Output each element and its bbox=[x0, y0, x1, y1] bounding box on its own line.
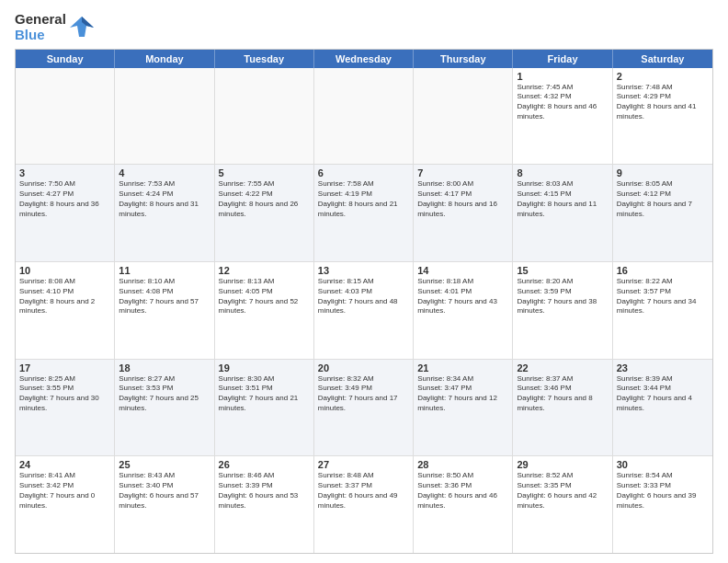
day-info: Sunrise: 8:15 AM Sunset: 4:03 PM Dayligh… bbox=[318, 277, 409, 316]
day-info: Sunrise: 8:10 AM Sunset: 4:08 PM Dayligh… bbox=[119, 277, 210, 316]
calendar-week-5: 24Sunrise: 8:41 AM Sunset: 3:42 PM Dayli… bbox=[16, 456, 712, 553]
day-info: Sunrise: 8:32 AM Sunset: 3:49 PM Dayligh… bbox=[318, 374, 409, 414]
day-info: Sunrise: 8:03 AM Sunset: 4:15 PM Dayligh… bbox=[517, 179, 608, 219]
day-number: 9 bbox=[617, 167, 709, 178]
day-info: Sunrise: 8:46 AM Sunset: 3:39 PM Dayligh… bbox=[219, 471, 310, 511]
day-info: Sunrise: 8:20 AM Sunset: 3:59 PM Dayligh… bbox=[517, 277, 608, 316]
day-cell-26: 26Sunrise: 8:46 AM Sunset: 3:39 PM Dayli… bbox=[215, 456, 314, 553]
day-number: 25 bbox=[119, 459, 210, 470]
day-info: Sunrise: 7:50 AM Sunset: 4:27 PM Dayligh… bbox=[19, 179, 110, 219]
day-cell-29: 29Sunrise: 8:52 AM Sunset: 3:35 PM Dayli… bbox=[513, 456, 612, 553]
day-info: Sunrise: 8:41 AM Sunset: 3:42 PM Dayligh… bbox=[19, 471, 110, 511]
day-cell-5: 5Sunrise: 7:55 AM Sunset: 4:22 PM Daylig… bbox=[215, 165, 314, 261]
day-number: 30 bbox=[617, 459, 709, 470]
day-cell-6: 6Sunrise: 7:58 AM Sunset: 4:19 PM Daylig… bbox=[314, 165, 414, 261]
day-number: 28 bbox=[417, 459, 508, 470]
day-number: 10 bbox=[19, 265, 110, 276]
day-cell-4: 4Sunrise: 7:53 AM Sunset: 4:24 PM Daylig… bbox=[115, 165, 214, 261]
calendar-body: 1Sunrise: 7:45 AM Sunset: 4:32 PM Daylig… bbox=[16, 68, 712, 554]
day-number: 13 bbox=[318, 265, 409, 276]
col-header-saturday: Saturday bbox=[613, 50, 712, 68]
logo: General Blue bbox=[15, 11, 96, 43]
day-cell-2: 2Sunrise: 7:48 AM Sunset: 4:29 PM Daylig… bbox=[613, 68, 712, 165]
day-number: 20 bbox=[318, 362, 409, 373]
day-number: 3 bbox=[19, 167, 110, 178]
day-number: 12 bbox=[219, 265, 310, 276]
day-number: 23 bbox=[617, 362, 709, 373]
col-header-sunday: Sunday bbox=[16, 50, 115, 68]
day-cell-14: 14Sunrise: 8:18 AM Sunset: 4:01 PM Dayli… bbox=[414, 262, 513, 359]
day-number: 7 bbox=[417, 167, 508, 178]
day-cell-11: 11Sunrise: 8:10 AM Sunset: 4:08 PM Dayli… bbox=[115, 262, 214, 359]
day-number: 11 bbox=[119, 265, 210, 276]
logo-line1: General bbox=[15, 11, 66, 27]
day-number: 24 bbox=[19, 459, 110, 470]
day-number: 27 bbox=[318, 459, 409, 470]
day-cell-30: 30Sunrise: 8:54 AM Sunset: 3:33 PM Dayli… bbox=[613, 456, 712, 553]
page-header: General Blue bbox=[15, 11, 713, 43]
day-number: 16 bbox=[617, 265, 709, 276]
day-info: Sunrise: 7:48 AM Sunset: 4:29 PM Dayligh… bbox=[617, 83, 709, 122]
day-info: Sunrise: 8:00 AM Sunset: 4:17 PM Dayligh… bbox=[417, 179, 508, 219]
col-header-tuesday: Tuesday bbox=[215, 50, 314, 68]
day-cell-20: 20Sunrise: 8:32 AM Sunset: 3:49 PM Dayli… bbox=[314, 360, 414, 456]
day-info: Sunrise: 8:22 AM Sunset: 3:57 PM Dayligh… bbox=[617, 277, 709, 316]
day-cell-24: 24Sunrise: 8:41 AM Sunset: 3:42 PM Dayli… bbox=[16, 456, 115, 553]
day-info: Sunrise: 8:13 AM Sunset: 4:05 PM Dayligh… bbox=[219, 277, 310, 316]
empty-cell bbox=[414, 68, 513, 165]
day-info: Sunrise: 8:30 AM Sunset: 3:51 PM Dayligh… bbox=[219, 374, 310, 414]
day-info: Sunrise: 8:50 AM Sunset: 3:36 PM Dayligh… bbox=[417, 471, 508, 511]
day-number: 15 bbox=[517, 265, 608, 276]
day-info: Sunrise: 8:34 AM Sunset: 3:47 PM Dayligh… bbox=[417, 374, 508, 414]
day-cell-23: 23Sunrise: 8:39 AM Sunset: 3:44 PM Dayli… bbox=[613, 360, 712, 456]
day-number: 6 bbox=[318, 167, 409, 178]
day-cell-18: 18Sunrise: 8:27 AM Sunset: 3:53 PM Dayli… bbox=[115, 360, 214, 456]
day-cell-1: 1Sunrise: 7:45 AM Sunset: 4:32 PM Daylig… bbox=[513, 68, 612, 165]
day-cell-9: 9Sunrise: 8:05 AM Sunset: 4:12 PM Daylig… bbox=[613, 165, 712, 261]
day-number: 8 bbox=[517, 167, 608, 178]
day-info: Sunrise: 8:39 AM Sunset: 3:44 PM Dayligh… bbox=[617, 374, 709, 414]
day-cell-25: 25Sunrise: 8:43 AM Sunset: 3:40 PM Dayli… bbox=[115, 456, 214, 553]
calendar-header: SundayMondayTuesdayWednesdayThursdayFrid… bbox=[16, 50, 712, 68]
day-info: Sunrise: 8:27 AM Sunset: 3:53 PM Dayligh… bbox=[119, 374, 210, 414]
day-number: 22 bbox=[517, 362, 608, 373]
day-number: 17 bbox=[19, 362, 110, 373]
day-cell-22: 22Sunrise: 8:37 AM Sunset: 3:46 PM Dayli… bbox=[513, 360, 612, 456]
calendar: SundayMondayTuesdayWednesdayThursdayFrid… bbox=[15, 49, 713, 555]
day-number: 18 bbox=[119, 362, 210, 373]
day-cell-21: 21Sunrise: 8:34 AM Sunset: 3:47 PM Dayli… bbox=[414, 360, 513, 456]
day-info: Sunrise: 8:48 AM Sunset: 3:37 PM Dayligh… bbox=[318, 471, 409, 511]
day-number: 2 bbox=[617, 71, 709, 82]
day-number: 26 bbox=[219, 459, 310, 470]
col-header-thursday: Thursday bbox=[414, 50, 513, 68]
day-info: Sunrise: 8:05 AM Sunset: 4:12 PM Dayligh… bbox=[617, 179, 709, 219]
day-info: Sunrise: 7:58 AM Sunset: 4:19 PM Dayligh… bbox=[318, 179, 409, 219]
day-number: 29 bbox=[517, 459, 608, 470]
day-number: 19 bbox=[219, 362, 310, 373]
day-info: Sunrise: 7:55 AM Sunset: 4:22 PM Dayligh… bbox=[219, 179, 310, 219]
day-cell-15: 15Sunrise: 8:20 AM Sunset: 3:59 PM Dayli… bbox=[513, 262, 612, 359]
logo-bird-icon bbox=[68, 13, 96, 40]
day-info: Sunrise: 8:54 AM Sunset: 3:33 PM Dayligh… bbox=[617, 471, 709, 511]
day-cell-19: 19Sunrise: 8:30 AM Sunset: 3:51 PM Dayli… bbox=[215, 360, 314, 456]
col-header-monday: Monday bbox=[115, 50, 214, 68]
day-cell-28: 28Sunrise: 8:50 AM Sunset: 3:36 PM Dayli… bbox=[414, 456, 513, 553]
col-header-friday: Friday bbox=[513, 50, 612, 68]
day-number: 4 bbox=[119, 167, 210, 178]
day-cell-17: 17Sunrise: 8:25 AM Sunset: 3:55 PM Dayli… bbox=[16, 360, 115, 456]
day-number: 1 bbox=[517, 71, 608, 82]
empty-cell bbox=[314, 68, 414, 165]
empty-cell bbox=[16, 68, 115, 165]
day-number: 5 bbox=[219, 167, 310, 178]
day-cell-13: 13Sunrise: 8:15 AM Sunset: 4:03 PM Dayli… bbox=[314, 262, 414, 359]
day-info: Sunrise: 7:45 AM Sunset: 4:32 PM Dayligh… bbox=[517, 83, 608, 122]
day-cell-27: 27Sunrise: 8:48 AM Sunset: 3:37 PM Dayli… bbox=[314, 456, 414, 553]
day-info: Sunrise: 8:08 AM Sunset: 4:10 PM Dayligh… bbox=[19, 277, 110, 316]
day-number: 21 bbox=[417, 362, 508, 373]
calendar-week-3: 10Sunrise: 8:08 AM Sunset: 4:10 PM Dayli… bbox=[16, 262, 712, 360]
logo-line2: Blue bbox=[15, 27, 66, 42]
col-header-wednesday: Wednesday bbox=[314, 50, 414, 68]
empty-cell bbox=[115, 68, 214, 165]
day-info: Sunrise: 8:43 AM Sunset: 3:40 PM Dayligh… bbox=[119, 471, 210, 511]
day-cell-10: 10Sunrise: 8:08 AM Sunset: 4:10 PM Dayli… bbox=[16, 262, 115, 359]
